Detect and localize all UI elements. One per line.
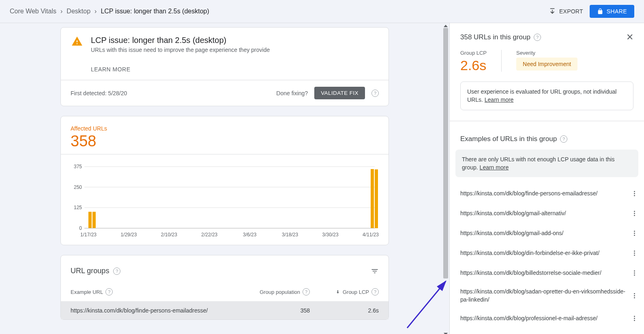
lock-icon [597,8,603,15]
breadcrumb: Core Web Vitals › Desktop › LCP issue: l… [10,8,209,15]
url-item[interactable]: https://kinsta.com/dk/blog/sadan-oprette… [450,283,644,308]
svg-text:125: 125 [74,205,82,210]
kebab-icon[interactable] [631,228,638,238]
svg-rect-19 [375,169,378,228]
help-icon[interactable]: ? [560,135,567,143]
kebab-icon[interactable] [631,188,638,199]
share-button[interactable]: SHARE [590,5,634,18]
chevron-right-icon: › [60,8,62,15]
url-item[interactable]: https://kinsta.com/dk/blog/finde-persons… [450,184,644,203]
severity-badge: Need Improvement [516,58,577,71]
gray-info-box: There are only URLs with not enough LCP … [455,150,638,178]
share-label: SHARE [607,8,627,15]
validate-fix-button[interactable]: VALIDATE FIX [314,87,365,99]
main-content: LCP issue: longer than 2.5s (desktop) UR… [0,23,449,334]
first-detected-label: First detected: 5/28/20 [71,90,127,96]
kebab-icon[interactable] [631,313,638,323]
col-group-lcp[interactable]: Group LCP [343,289,369,295]
url-item[interactable]: https://kinsta.com/dk/blog/gmail-add-ons… [450,223,644,243]
svg-text:375: 375 [74,164,82,169]
breadcrumb-mid[interactable]: Desktop [67,8,90,15]
url-item[interactable]: https://kinsta.com/dk/blog/billedstorrel… [450,263,644,283]
filter-icon[interactable] [371,267,379,275]
svg-rect-17 [92,212,96,228]
severity-label: Severity [516,50,577,56]
svg-text:3/6/23: 3/6/23 [243,232,257,238]
kebab-icon[interactable] [631,268,638,278]
affected-urls-card: Affected URLs 358 01252503751/17/231/29/… [60,116,389,245]
issue-title: LCP issue: longer than 2.5s (desktop) [91,36,270,45]
svg-text:2/10/23: 2/10/23 [161,232,177,238]
learn-more-button[interactable]: LEARN MORE [91,66,270,73]
url-text: https://kinsta.com/dk/blog/gmail-add-ons… [460,229,631,238]
chevron-right-icon: › [94,8,97,15]
row-population: 358 [241,307,310,314]
sort-down-icon [335,289,340,294]
url-groups-card: URL groups ? Example URL ? Group populat… [60,255,389,320]
divider [501,50,502,72]
close-icon[interactable]: ✕ [626,32,633,43]
svg-text:3/30/23: 3/30/23 [322,232,339,238]
url-text: https://kinsta.com/dk/blog/sadan-oprette… [460,288,631,304]
url-item[interactable]: https://kinsta.com/dk/blog/google-search… [450,328,644,334]
url-groups-title: URL groups [71,267,109,275]
affected-label: Affected URLs [71,125,379,132]
kebab-icon[interactable] [631,208,638,218]
svg-text:1/17/23: 1/17/23 [80,232,97,238]
url-text: https://kinsta.com/dk/blog/gmail-alterna… [460,210,631,218]
breadcrumb-root[interactable]: Core Web Vitals [10,8,56,15]
help-icon[interactable]: ? [303,288,310,295]
url-text: https://kinsta.com/dk/blog/billedstorrel… [460,269,631,277]
group-lcp-value: 2.6s [460,58,487,73]
svg-text:250: 250 [74,184,82,190]
warning-triangle-icon [71,36,84,47]
kebab-icon[interactable] [631,291,638,301]
issue-subtitle: URLs with this issue need to improve the… [91,47,270,53]
download-icon [549,8,556,15]
scrollbar[interactable] [443,23,449,334]
header-actions: EXPORT SHARE [549,5,634,18]
affected-chart: 01252503751/17/231/29/232/10/232/22/233/… [61,154,389,245]
affected-count: 358 [71,133,379,150]
learn-more-link[interactable]: Learn more [480,164,509,171]
kebab-icon[interactable] [631,248,638,258]
learn-more-link[interactable]: Learn more [485,96,514,103]
help-icon[interactable]: ? [113,268,120,275]
url-item[interactable]: https://kinsta.com/dk/blog/professionel-… [450,308,644,328]
url-item[interactable]: https://kinsta.com/dk/blog/din-forbindel… [450,243,644,263]
url-text: https://kinsta.com/dk/blog/din-forbindel… [460,249,631,257]
annotation-arrow [403,275,449,332]
export-button[interactable]: EXPORT [549,8,583,15]
svg-line-23 [407,281,446,328]
row-example-url: https://kinsta.com/dk/blog/finde-persons… [71,307,241,314]
row-lcp: 2.6s [310,307,379,314]
svg-text:1/29/23: 1/29/23 [120,232,137,238]
svg-text:2/22/23: 2/22/23 [201,232,217,238]
url-group-row[interactable]: https://kinsta.com/dk/blog/finde-persons… [61,301,389,319]
page-header: Core Web Vitals › Desktop › LCP issue: l… [0,0,644,23]
help-icon[interactable]: ? [371,90,379,97]
help-icon[interactable]: ? [105,288,113,295]
url-item[interactable]: https://kinsta.com/dk/blog/gmail-alterna… [450,203,644,223]
examples-title: Examples of URLs in this group [460,135,557,143]
export-label: EXPORT [559,8,583,15]
col-group-population[interactable]: Group population [260,289,300,295]
svg-rect-18 [371,169,374,228]
col-example-url[interactable]: Example URL [71,289,103,295]
url-groups-table-header: Example URL ? Group population ? Group L… [61,283,389,301]
side-panel: 358 URLs in this group ? ✕ Group LCP 2.6… [449,23,644,334]
svg-text:3/18/23: 3/18/23 [282,232,298,238]
info-box: User experience is evaluated for URL gro… [460,81,633,110]
url-list: https://kinsta.com/dk/blog/finde-persons… [450,181,644,334]
done-fixing-label: Done fixing? [276,90,308,96]
panel-title: 358 URLs in this group [460,33,530,41]
svg-text:4/11/23: 4/11/23 [363,232,379,238]
breadcrumb-current: LCP issue: longer than 2.5s (desktop) [101,8,209,15]
svg-text:0: 0 [79,225,82,231]
url-text: https://kinsta.com/dk/blog/finde-persons… [460,190,631,198]
group-lcp-label: Group LCP [460,50,487,56]
help-icon[interactable]: ? [534,34,541,41]
issue-card: LCP issue: longer than 2.5s (desktop) UR… [60,27,389,106]
svg-rect-16 [88,212,92,228]
help-icon[interactable]: ? [371,288,379,295]
